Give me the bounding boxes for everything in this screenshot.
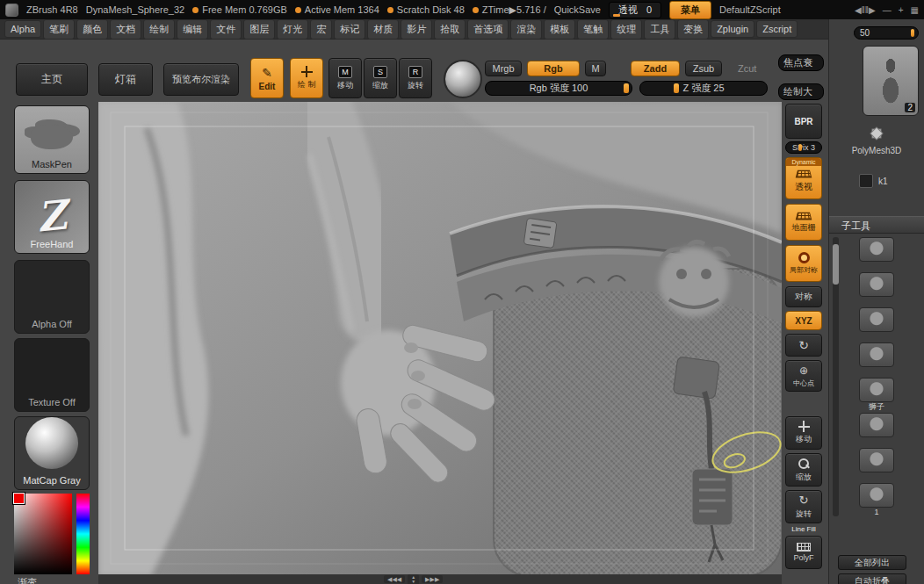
scroll-updown-icon[interactable]: ▲ ▼: [408, 574, 419, 584]
subtool-item[interactable]: [859, 448, 894, 483]
gradient-label[interactable]: 渐变: [18, 576, 37, 584]
subtool-item[interactable]: [859, 237, 894, 272]
color-sv-square[interactable]: [14, 494, 72, 574]
quick-pick-item[interactable]: k1: [859, 174, 888, 188]
subtool-item[interactable]: 狮子: [859, 378, 894, 413]
menu-item[interactable]: 标记: [334, 19, 365, 40]
frame-center-button[interactable]: ⊕ 中心点: [785, 360, 822, 392]
layout-grid-icon[interactable]: ▦: [911, 5, 919, 15]
edit-button[interactable]: ✎ Edit: [250, 58, 284, 98]
quicksave-button[interactable]: QuickSave: [554, 4, 601, 15]
focal-shift-slider[interactable]: 焦点衰: [778, 54, 824, 71]
subtool-thumbnail-icon[interactable]: [859, 483, 894, 508]
menu-item[interactable]: 笔刷: [43, 19, 75, 40]
color-hue-strip[interactable]: [76, 494, 90, 574]
menu-item[interactable]: 变换: [677, 19, 709, 40]
menu-item[interactable]: 拾取: [434, 19, 466, 40]
menu-item[interactable]: Alpha: [4, 20, 41, 38]
preview-boolean-button[interactable]: 预览布尔渲染: [163, 63, 239, 96]
menu-item[interactable]: Zplugin: [711, 20, 754, 38]
zadd-button[interactable]: Zadd: [631, 61, 680, 76]
draw-size-slider[interactable]: 绘制大: [778, 83, 824, 100]
scale-button[interactable]: S 缩放: [364, 58, 397, 98]
menu-item[interactable]: 灯光: [277, 19, 308, 40]
menu-item[interactable]: 颜色: [76, 19, 108, 40]
subtool-thumbnail-icon[interactable]: [859, 272, 894, 297]
menu-item[interactable]: 图层: [243, 19, 275, 40]
menu-item[interactable]: 纹理: [610, 19, 642, 40]
active-tool-thumbnail[interactable]: 2: [863, 46, 919, 116]
subtool-thumbnail-icon[interactable]: [859, 342, 894, 367]
line-fill-label[interactable]: Line Fill: [783, 525, 824, 533]
menu-item[interactable]: 渲染: [510, 19, 542, 40]
lightbox-button[interactable]: 灯箱: [98, 63, 153, 96]
current-brush-tile[interactable]: MaskPen: [14, 105, 90, 174]
floor-grid-button[interactable]: 地面栅: [785, 204, 822, 241]
draw-button[interactable]: 绘 制: [290, 58, 323, 98]
scroll-right-icon[interactable]: ▶▶▶: [422, 575, 443, 584]
subtool-thumbnail-icon[interactable]: [859, 378, 894, 402]
add-icon[interactable]: +: [899, 5, 904, 15]
menu-item[interactable]: 文件: [210, 19, 242, 40]
zsub-button[interactable]: Zsub: [685, 61, 722, 76]
slider-notch[interactable]: [624, 83, 629, 93]
menu-item[interactable]: 宏: [310, 19, 332, 40]
active-material-sphere[interactable]: [444, 60, 482, 98]
rgb-button[interactable]: Rgb: [527, 61, 580, 76]
bpr-button[interactable]: BPR: [785, 104, 822, 139]
rotate-view-button[interactable]: ↻: [785, 334, 822, 357]
minimize-icon[interactable]: —: [883, 5, 892, 15]
polyframe-button[interactable]: PolyF: [785, 536, 822, 569]
zoom-canvas-button[interactable]: 缩放: [785, 453, 822, 487]
color-picker[interactable]: [14, 494, 90, 574]
polymesh3d-item[interactable]: PolyMesh3D: [829, 123, 924, 155]
current-stroke-tile[interactable]: Z FreeHand: [14, 180, 90, 254]
menu-item[interactable]: 材质: [367, 19, 399, 40]
panel-top-slider[interactable]: 50: [854, 26, 919, 40]
subtool-item[interactable]: [859, 413, 894, 448]
subtool-thumbnail-icon[interactable]: [859, 413, 894, 437]
slider-notch[interactable]: [674, 83, 679, 93]
subtool-thumbnail-icon[interactable]: [859, 237, 894, 262]
symmetry-button[interactable]: 对称: [785, 286, 822, 307]
xyz-constraint-button[interactable]: XYZ: [785, 311, 822, 330]
menu-item[interactable]: 笔触: [577, 19, 609, 40]
menu-item[interactable]: 首选项: [467, 19, 509, 40]
subtool-header[interactable]: 子工具: [829, 216, 924, 234]
scroll-canvas-button[interactable]: 移动: [785, 416, 822, 450]
slider-notch[interactable]: [798, 144, 802, 151]
down-arrow-icon[interactable]: ▼: [411, 580, 415, 584]
move-button[interactable]: M 移动: [328, 58, 362, 98]
list-all-button[interactable]: 全部列出: [838, 555, 906, 570]
menu-item[interactable]: 编辑: [177, 19, 208, 40]
spix-slider[interactable]: SPix 3: [785, 141, 822, 154]
menu-item[interactable]: 工具: [644, 19, 675, 40]
subtool-item[interactable]: [859, 342, 894, 378]
perspective-slider[interactable]: 透视 0: [609, 2, 661, 18]
subtool-item[interactable]: 1: [859, 483, 894, 518]
rgb-intensity-slider[interactable]: Rgb 强度 100: [485, 81, 632, 96]
document-canvas[interactable]: [98, 102, 782, 576]
auto-collapse-button[interactable]: 自动折叠: [838, 573, 906, 584]
menu-item[interactable]: Zscript: [756, 20, 798, 38]
subtool-item[interactable]: [859, 272, 894, 307]
dynamic-perspective-button[interactable]: Dynamic 透视: [785, 157, 822, 199]
current-alpha-tile[interactable]: Alpha Off: [14, 260, 90, 334]
menu-item[interactable]: 影片: [401, 19, 432, 40]
media-controls-icon[interactable]: ◀‖‖▶: [855, 5, 876, 15]
scroll-left-icon[interactable]: ◀◀◀: [384, 575, 405, 584]
local-symmetry-button[interactable]: 局部对称: [785, 245, 822, 282]
menu-item[interactable]: 模板: [544, 19, 575, 40]
current-material-tile[interactable]: MatCap Gray: [14, 416, 90, 490]
mrgb-button[interactable]: Mrgb: [485, 61, 522, 76]
menu-item[interactable]: 文档: [110, 19, 141, 40]
home-button[interactable]: 主页: [16, 63, 88, 96]
subtool-thumbnail-icon[interactable]: [859, 448, 894, 472]
m-button[interactable]: M: [585, 61, 606, 76]
rotate-canvas-button[interactable]: ↻ 旋转: [785, 490, 822, 523]
z-intensity-slider[interactable]: Z 强度 25: [639, 81, 768, 96]
menu-item[interactable]: 绘制: [143, 19, 175, 40]
current-texture-tile[interactable]: Texture Off: [14, 338, 90, 412]
subtool-thumbnail-icon[interactable]: [859, 307, 894, 332]
menu-button[interactable]: 菜单: [669, 1, 711, 19]
